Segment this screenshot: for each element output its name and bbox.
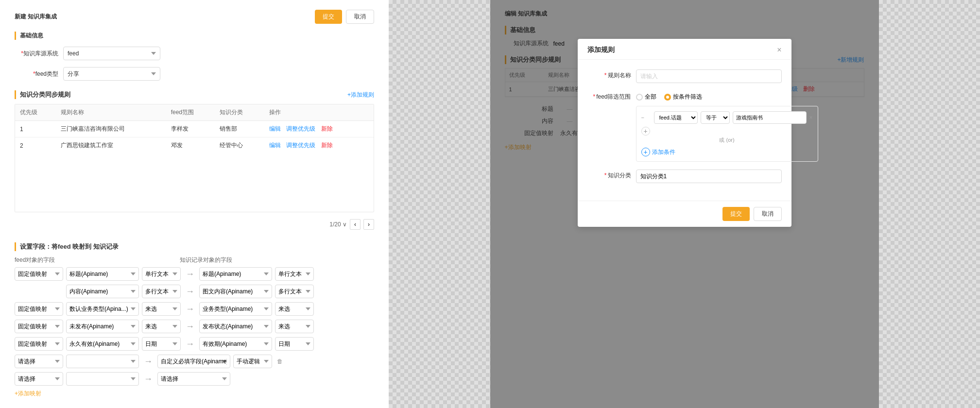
left-type-select-6[interactable]: 请选择 [15,355,63,368]
modal-close-button[interactable]: × [777,46,781,54]
cell-feed-range: 李样发 [166,121,215,137]
right-field-select-3[interactable]: 业务类型(Apiname) [199,302,272,316]
edit-link-1[interactable]: 编辑 [269,125,281,132]
modal-category-input[interactable] [636,170,782,183]
left-field-select-3[interactable]: 数认业务类型(Apina...) [66,302,139,316]
right-mode-select-2[interactable]: 多行文本 [275,285,314,298]
radio-all-label: 全部 [645,93,656,101]
modal-feed-filter-label: feed筛选范围 [587,91,631,101]
mapping-row-4: 固定值映射 未发布(Apiname) 来选 → 发布状态(Apiname) 来选 [15,320,374,333]
radio-group: 全部 按条件筛选 [636,91,818,101]
cell-priority: 2 [15,137,56,154]
left-mode-select-5[interactable]: 日期 [142,337,181,351]
table-empty-area [15,153,374,212]
cell-category: 销售部 [215,121,264,137]
right-field-select-6[interactable]: 自定义必填字段(Apiname) [157,355,230,368]
right-panel: 编辑 知识库集成 基础信息 知识库源系统 feed 知识分类同步规则 +新增规则 [490,0,879,408]
delete-link-1[interactable]: 新除 [321,125,333,132]
add-mapping-link[interactable]: +添加映射 [15,390,41,397]
add-rule-modal: 添加规则 × 规则名称 feed筛选范围 全部 [578,39,791,227]
left-field-select-4[interactable]: 未发布(Apiname) [66,320,139,333]
add-condition-text: 添加条件 [652,148,675,156]
radio-all[interactable]: 全部 [636,93,656,101]
adjust-priority-link-2[interactable]: 调整优先级 [286,142,315,149]
cell-priority: 1 [15,121,56,137]
table-row: 2 广西思锐建筑工作室 邓发 经管中心 编辑 调整优先级 新除 [15,137,374,154]
left-field-select-6[interactable] [66,355,139,368]
modal-submit-button[interactable]: 提交 [722,207,750,221]
right-mode-select-1[interactable]: 单行文本 [275,267,314,281]
add-and-icon[interactable]: + [641,127,650,136]
page-info: 1/20 ∨ [329,221,347,228]
col-rule-name: 规则名称 [56,104,166,121]
right-field-select-2[interactable]: 图文内容(Apiname) [199,285,272,298]
next-page-button[interactable]: › [363,219,374,230]
modal-rule-name-label: 规则名称 [587,69,631,80]
condition-row-1: − feed.话题 等于 × [641,111,813,124]
left-field-select-1[interactable]: 标题(Apiname) [66,267,139,281]
left-mode-select-1[interactable]: 单行文本 [142,267,181,281]
mapping-row-1: 固定值映射 标题(Apiname) 单行文本 → 标题(Apiname) 单行文… [15,267,374,281]
left-type-select-3[interactable]: 固定值映射 [15,302,63,316]
right-mode-select-6[interactable]: 手动逻辑 [233,355,272,368]
left-field-select-7[interactable] [66,372,139,386]
sync-rules-table: 优先级 规则名称 feed范围 知识分类 操作 1 三门峡嘉洁咨询有限公司 李样… [15,104,374,153]
sync-rules-table-container: 优先级 规则名称 feed范围 知识分类 操作 1 三门峡嘉洁咨询有限公司 李样… [15,104,374,212]
right-mode-select-5[interactable]: 日期 [275,337,314,351]
sync-rules-section: 知识分类同步规则 +添加规则 优先级 规则名称 feed范围 知识分类 操作 1 [15,90,374,233]
knowledge-source-select[interactable]: feed [63,47,160,60]
modal-rule-name-input[interactable] [636,69,782,83]
modal-cancel-button[interactable]: 取消 [754,207,782,221]
mapping-row-7: 请选择 → 请选择 [15,372,374,386]
cell-row-actions: 编辑 调整优先级 新除 [264,137,374,154]
value-input-cond1[interactable] [733,111,807,124]
mapping-row-3: 固定值映射 数认业务类型(Apina...) 来选 → 业务类型(Apiname… [15,302,374,316]
delete-link-2[interactable]: 新除 [321,142,333,149]
left-type-select-1[interactable]: 固定值映射 [15,267,63,281]
left-field-select-2[interactable]: 内容(Apiname) [66,285,139,298]
right-checker-bg [879,0,980,408]
right-field-select-7[interactable]: 请选择 [157,372,230,386]
right-mode-select-3[interactable]: 来选 [275,302,314,316]
col-feed-range: feed范围 [166,104,215,121]
cell-feed-range: 邓发 [166,137,215,154]
left-type-select-4[interactable]: 固定值映射 [15,320,63,333]
right-field-select-1[interactable]: 标题(Apiname) [199,267,272,281]
knowledge-source-field: *知识库源系统 feed [15,47,374,60]
left-mode-select-3[interactable]: 来选 [142,302,181,316]
modal-feed-filter-field: feed筛选范围 全部 按条件筛选 [587,91,782,162]
left-mode-select-2[interactable]: 多行文本 [142,285,181,298]
delete-icon-6[interactable]: 🗑 [277,358,283,365]
cancel-button[interactable]: 取消 [346,10,374,24]
left-type-select-5[interactable]: 固定值映射 [15,337,63,351]
right-field-select-4[interactable]: 发布状态(Apiname) [199,320,272,333]
remove-cond1-icon[interactable]: × [809,114,813,121]
radio-filter-label: 按条件筛选 [673,93,702,101]
left-mode-select-4[interactable]: 来选 [142,320,181,333]
feed-type-field: *feed类型 分享 [15,67,374,81]
field-select-cond1[interactable]: feed.话题 [654,111,698,124]
arrow-icon-5: → [184,339,196,349]
right-mode-select-4[interactable]: 来选 [275,320,314,333]
modal-rule-name-field: 规则名称 [587,69,782,83]
add-condition-link[interactable]: + 添加条件 [641,148,813,156]
field-mapping-section: 设置字段：将feed 映射到 知识记录 feed对象的字段 知识记录对象的字段 … [15,242,374,398]
basic-info-section: 基础信息 *知识库源系统 feed *feed类型 分享 [15,32,374,81]
checker-gap [389,0,490,408]
mapping-row-2: 内容(Apiname) 多行文本 → 图文内容(Apiname) 多行文本 [15,285,374,298]
operator-select-cond1[interactable]: 等于 [701,111,730,124]
edit-link-2[interactable]: 编辑 [269,142,281,149]
modal-footer: 提交 取消 [578,201,791,227]
adjust-priority-link-1[interactable]: 调整优先级 [286,125,315,132]
feed-type-select[interactable]: 分享 [63,67,160,81]
left-page-title-row: 新建 知识库集成 提交 取消 [15,10,374,24]
right-field-select-5[interactable]: 有效期(Apiname) [199,337,272,351]
prev-page-button[interactable]: ‹ [350,219,361,230]
left-type-select-7[interactable]: 请选择 [15,372,63,386]
submit-button[interactable]: 提交 [315,10,342,24]
cell-row-actions: 编辑 调整优先级 新除 [264,121,374,137]
radio-filter[interactable]: 按条件筛选 [664,93,702,101]
add-rule-link[interactable]: +添加规则 [347,91,374,99]
minus-icon[interactable]: − [641,115,651,120]
left-field-select-5[interactable]: 永久有效(Apiname) [66,337,139,351]
